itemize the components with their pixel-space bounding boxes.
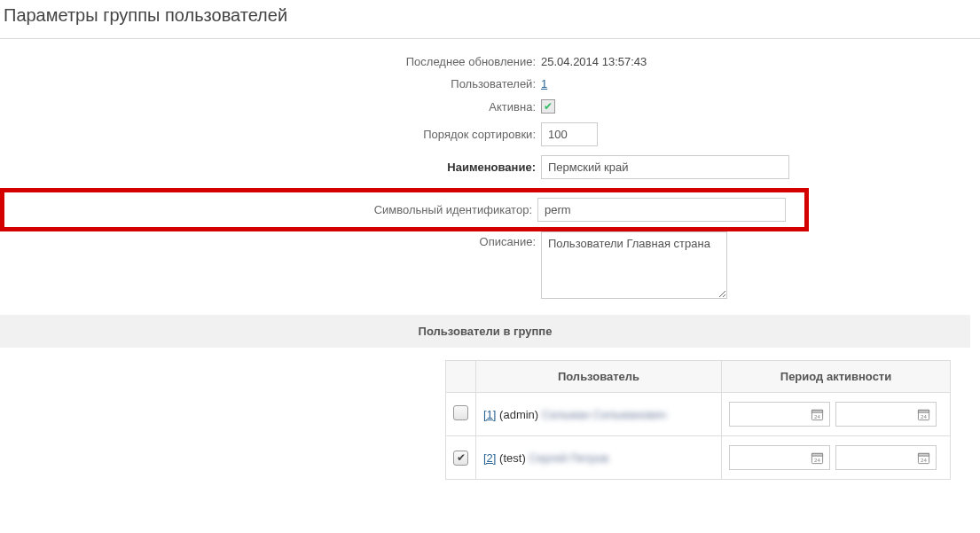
symbolic-id-highlight: Символьный идентификатор: — [0, 188, 809, 231]
calendar-icon: 24 — [811, 408, 824, 421]
col-user: Пользователь — [476, 361, 722, 393]
users-count-label: Пользователей: — [0, 77, 541, 90]
calendar-icon: 24 — [917, 408, 930, 421]
sort-order-input[interactable] — [541, 122, 598, 146]
col-period: Период активности — [722, 361, 951, 393]
period-from-input[interactable]: 24 — [729, 445, 830, 470]
name-label: Наименование: — [0, 161, 541, 174]
users-section-header: Пользователи в группе — [0, 315, 970, 348]
name-input[interactable] — [541, 155, 789, 179]
svg-rect-7 — [811, 453, 822, 456]
svg-text:24: 24 — [921, 456, 927, 462]
user-login: (admin) — [499, 408, 538, 421]
row-checkbox[interactable] — [453, 405, 468, 420]
symbolic-id-input[interactable] — [537, 198, 786, 222]
users-count-link[interactable]: 1 — [541, 77, 547, 90]
calendar-icon: 24 — [811, 451, 824, 465]
svg-rect-4 — [918, 410, 929, 412]
active-checkbox[interactable]: ✔ — [541, 99, 555, 114]
row-checkbox[interactable]: ✔ — [453, 451, 468, 466]
svg-text:24: 24 — [814, 412, 820, 419]
user-id-link[interactable]: [1] — [483, 408, 496, 421]
user-name: Сергей Петров — [529, 451, 608, 465]
svg-text:24: 24 — [921, 412, 927, 419]
active-label: Активна: — [0, 100, 541, 114]
sort-order-label: Порядок сортировки: — [0, 128, 541, 141]
svg-text:24: 24 — [814, 456, 820, 462]
period-to-input[interactable]: 24 — [835, 402, 937, 427]
description-label: Описание: — [0, 231, 541, 248]
calendar-icon: 24 — [917, 451, 930, 465]
user-id-link[interactable]: [2] — [483, 451, 496, 465]
table-row: ✔[2] (test) Сергей Петров2424 — [446, 436, 951, 480]
svg-rect-10 — [918, 453, 929, 456]
users-table: Пользователь Период активности [1] (admi… — [445, 360, 951, 480]
page-title: Параметры группы пользователей — [0, 0, 980, 39]
symbolic-id-label: Символьный идентификатор: — [4, 203, 537, 216]
last-updated-label: Последнее обновление: — [0, 55, 541, 68]
svg-rect-1 — [811, 410, 822, 412]
user-login: (test) — [499, 451, 526, 465]
period-to-input[interactable]: 24 — [835, 445, 937, 470]
last-updated-value: 25.04.2014 13:57:43 — [541, 55, 647, 68]
table-row: [1] (admin) Сильман Сильманович2424 — [446, 393, 951, 436]
user-name: Сильман Сильманович — [542, 408, 667, 421]
period-from-input[interactable]: 24 — [729, 402, 830, 427]
description-textarea[interactable] — [541, 231, 727, 299]
